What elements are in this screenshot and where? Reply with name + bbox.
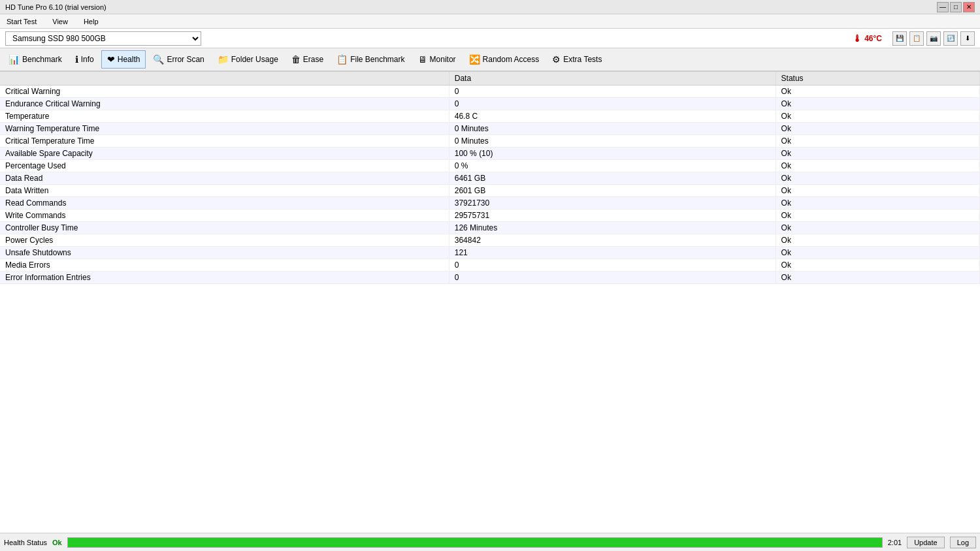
content-area: Data Status Critical Warning 0 Ok Endura…: [0, 72, 980, 533]
device-toolbar-icons: 💾 📋 📷 🔃 ⬇: [892, 31, 975, 46]
cell-data: 2601 GB: [449, 185, 776, 197]
table-row: Data Read 6461 GB Ok: [0, 172, 980, 185]
cell-name: Power Cycles: [0, 234, 449, 247]
monitor-label: Monitor: [430, 55, 456, 64]
menu-help[interactable]: Help: [80, 16, 103, 27]
error-scan-label: Error Scan: [167, 55, 204, 64]
log-button[interactable]: Log: [950, 537, 976, 548]
cell-name: Media Errors: [0, 259, 449, 272]
copy-icon-btn[interactable]: 📋: [909, 31, 924, 46]
error-scan-icon: 🔍: [153, 54, 164, 65]
thermometer-icon: 🌡: [853, 33, 862, 44]
toolbar-btn-file-benchmark[interactable]: 📋File Benchmark: [331, 50, 410, 69]
refresh-icon-btn[interactable]: 🔃: [943, 31, 958, 46]
random-access-icon: 🔀: [469, 54, 480, 65]
table-row: Media Errors 0 Ok: [0, 259, 980, 272]
random-access-label: Random Access: [483, 55, 540, 64]
erase-label: Erase: [303, 55, 323, 64]
menu-view[interactable]: View: [48, 16, 72, 27]
maximize-button[interactable]: □: [950, 2, 962, 12]
cell-data: 0: [449, 86, 776, 98]
cell-data: 46.8 C: [449, 110, 776, 123]
info-label: Info: [81, 55, 94, 64]
folder-usage-label: Folder Usage: [231, 55, 278, 64]
window-title: HD Tune Pro 6.10 (trial version): [5, 3, 106, 11]
cell-name: Available Spare Capacity: [0, 148, 449, 160]
toolbar-btn-monitor[interactable]: 🖥Monitor: [412, 50, 462, 69]
title-bar: HD Tune Pro 6.10 (trial version) — □ ✕: [0, 0, 980, 14]
table-row: Warning Temperature Time 0 Minutes Ok: [0, 123, 980, 135]
cell-name: Warning Temperature Time: [0, 123, 449, 135]
monitor-icon: 🖥: [418, 54, 427, 65]
save-icon-btn[interactable]: 📷: [926, 31, 941, 46]
cell-status: Ok: [776, 185, 979, 197]
table-row: Percentage Used 0 % Ok: [0, 160, 980, 172]
cell-status: Ok: [776, 160, 979, 172]
health-icon: ❤: [107, 54, 115, 65]
health-status-label: Health Status: [4, 539, 47, 546]
toolbar-btn-health[interactable]: ❤Health: [101, 50, 146, 69]
status-bar: Health Status Ok 2:01 Update Log: [0, 533, 980, 551]
cell-data: 29575731: [449, 210, 776, 222]
minimize-icon: —: [939, 3, 946, 10]
toolbar-btn-info[interactable]: ℹInfo: [69, 50, 100, 69]
table-row: Read Commands 37921730 Ok: [0, 197, 980, 210]
minimize-button[interactable]: —: [937, 2, 949, 12]
close-button[interactable]: ✕: [963, 2, 975, 12]
cell-data: 364842: [449, 234, 776, 247]
folder-usage-icon: 📁: [218, 54, 229, 65]
file-benchmark-icon: 📋: [336, 54, 348, 65]
cell-name: Write Commands: [0, 210, 449, 222]
title-bar-controls: — □ ✕: [937, 2, 975, 12]
toolbar-btn-erase[interactable]: 🗑Erase: [286, 50, 329, 69]
info-icon: ℹ: [75, 54, 78, 65]
toolbar-btn-random-access[interactable]: 🔀Random Access: [463, 50, 546, 69]
file-benchmark-label: File Benchmark: [350, 55, 404, 64]
cell-status: Ok: [776, 272, 979, 284]
cell-status: Ok: [776, 172, 979, 185]
cell-status: Ok: [776, 123, 979, 135]
device-selector[interactable]: Samsung SSD 980 500GB: [5, 31, 201, 46]
cell-name: Critical Temperature Time: [0, 135, 449, 148]
cell-data: 0 Minutes: [449, 135, 776, 148]
health-status-value: Ok: [52, 539, 62, 546]
table-row: Endurance Critical Warning 0 Ok: [0, 98, 980, 110]
cell-name: Percentage Used: [0, 160, 449, 172]
table-header-row: Data Status: [0, 72, 980, 86]
health-table: Data Status Critical Warning 0 Ok Endura…: [0, 72, 980, 284]
table-row: Power Cycles 364842 Ok: [0, 234, 980, 247]
cell-data: 0: [449, 259, 776, 272]
table-row: Temperature 46.8 C Ok: [0, 110, 980, 123]
cell-name: Temperature: [0, 110, 449, 123]
cell-status: Ok: [776, 86, 979, 98]
cell-status: Ok: [776, 210, 979, 222]
cell-data: 0 %: [449, 160, 776, 172]
cell-name: Read Commands: [0, 197, 449, 210]
benchmark-icon: 📊: [8, 54, 20, 65]
temperature-value: 46°C: [864, 34, 882, 43]
table-row: Critical Warning 0 Ok: [0, 86, 980, 98]
health-bar-container: [67, 537, 883, 548]
cell-status: Ok: [776, 110, 979, 123]
cell-data: 100 % (10): [449, 148, 776, 160]
cell-status: Ok: [776, 135, 979, 148]
toolbar-btn-extra-tests[interactable]: ⚙Extra Tests: [546, 50, 608, 69]
download-icon-btn[interactable]: ⬇: [960, 31, 975, 46]
table-row: Critical Temperature Time 0 Minutes Ok: [0, 135, 980, 148]
health-label: Health: [118, 55, 140, 64]
menu-start-test[interactable]: Start Test: [3, 16, 41, 27]
update-button[interactable]: Update: [907, 537, 944, 548]
cell-data: 37921730: [449, 197, 776, 210]
toolbar-btn-benchmark[interactable]: 📊Benchmark: [3, 50, 68, 69]
cell-name: Data Read: [0, 172, 449, 185]
col-header-data: Data: [449, 72, 776, 86]
table-row: Write Commands 29575731 Ok: [0, 210, 980, 222]
toolbar-btn-folder-usage[interactable]: 📁Folder Usage: [212, 50, 284, 69]
toolbar-btn-error-scan[interactable]: 🔍Error Scan: [147, 50, 210, 69]
cell-status: Ok: [776, 197, 979, 210]
extra-tests-label: Extra Tests: [563, 55, 602, 64]
extra-tests-icon: ⚙: [552, 54, 561, 65]
status-time: 2:01: [888, 539, 902, 546]
cell-name: Critical Warning: [0, 86, 449, 98]
disk-icon-btn[interactable]: 💾: [892, 31, 907, 46]
